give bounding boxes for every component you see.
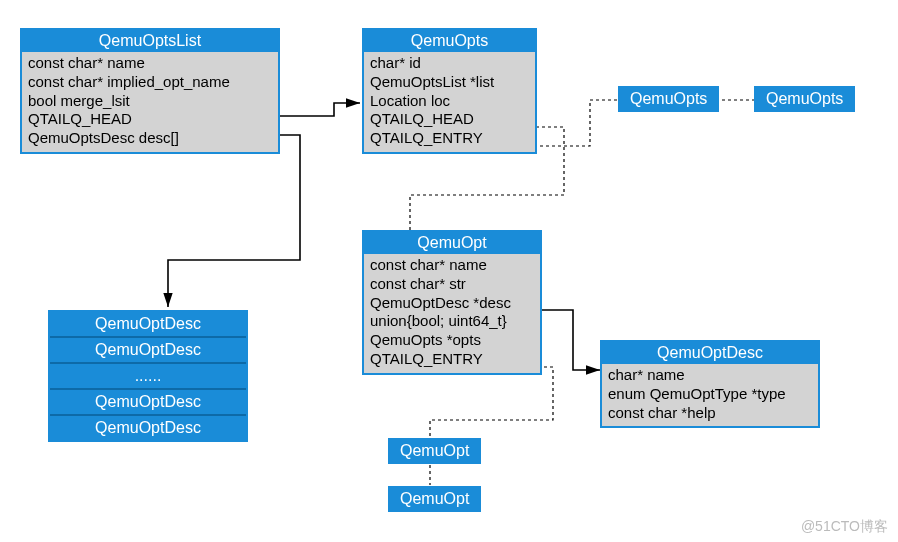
node-label: QemuOpts — [630, 90, 707, 107]
field: QemuOptsList *list — [370, 73, 529, 92]
struct-body: char* name enum QemuOptType *type const … — [602, 364, 818, 426]
node-label: QemuOpts — [766, 90, 843, 107]
struct-title: QemuOpts — [364, 30, 535, 52]
field: const char* name — [28, 54, 272, 73]
watermark: @51CTO博客 — [801, 518, 888, 536]
struct-qemu-opt: QemuOpt const char* name const char* str… — [362, 230, 542, 375]
field: QemuOptsDesc desc[] — [28, 129, 272, 148]
node-qemu-opts-2: QemuOpts — [754, 86, 855, 112]
field: QTAILQ_HEAD — [370, 110, 529, 129]
field: QemuOptDesc *desc — [370, 294, 534, 313]
struct-title: QemuOptsList — [22, 30, 278, 52]
list-item: QemuOptDesc — [50, 338, 246, 364]
node-label: QemuOpt — [400, 442, 469, 459]
struct-body: char* id QemuOptsList *list Location loc… — [364, 52, 535, 152]
field: enum QemuOptType *type — [608, 385, 812, 404]
field: QemuOpts *opts — [370, 331, 534, 350]
struct-qemu-opts: QemuOpts char* id QemuOptsList *list Loc… — [362, 28, 537, 154]
field: char* id — [370, 54, 529, 73]
field: const char *help — [608, 404, 812, 423]
field: bool merge_lsit — [28, 92, 272, 111]
struct-qemu-opts-list: QemuOptsList const char* name const char… — [20, 28, 280, 154]
field: union{bool; uint64_t} — [370, 312, 534, 331]
field: const char* str — [370, 275, 534, 294]
struct-qemu-opt-desc: QemuOptDesc char* name enum QemuOptType … — [600, 340, 820, 428]
node-label: QemuOpt — [400, 490, 469, 507]
field: QTAILQ_ENTRY — [370, 129, 529, 148]
field: const char* name — [370, 256, 534, 275]
list-item: QemuOptDesc — [50, 312, 246, 338]
struct-title: QemuOpt — [364, 232, 540, 254]
struct-body: const char* name const char* str QemuOpt… — [364, 254, 540, 373]
node-qemu-opt-2: QemuOpt — [388, 486, 481, 512]
list-item: QemuOptDesc — [50, 390, 246, 416]
struct-body: const char* name const char* implied_opt… — [22, 52, 278, 152]
struct-title: QemuOptDesc — [602, 342, 818, 364]
field: QTAILQ_HEAD — [28, 110, 272, 129]
field: Location loc — [370, 92, 529, 111]
node-qemu-opt-1: QemuOpt — [388, 438, 481, 464]
field: char* name — [608, 366, 812, 385]
field: QTAILQ_ENTRY — [370, 350, 534, 369]
list-qemu-opt-desc: QemuOptDesc QemuOptDesc ...... QemuOptDe… — [48, 310, 248, 442]
node-qemu-opts-1: QemuOpts — [618, 86, 719, 112]
field: const char* implied_opt_name — [28, 73, 272, 92]
list-item: QemuOptDesc — [50, 416, 246, 440]
list-item: ...... — [50, 364, 246, 390]
